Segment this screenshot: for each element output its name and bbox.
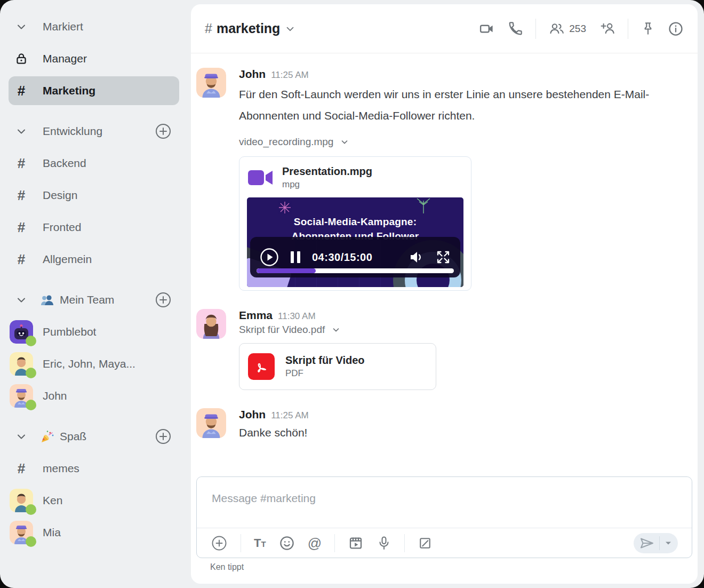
sparkle-icon <box>414 198 433 214</box>
sidebar-item-john[interactable]: John <box>0 380 191 412</box>
section-label: Spaß <box>60 430 86 443</box>
add-person-icon[interactable] <box>599 22 615 36</box>
play-button[interactable] <box>260 248 279 267</box>
video-call-icon[interactable] <box>479 21 495 37</box>
chat-panel: # marketing 253 <box>191 4 698 584</box>
message-time: 11:25 AM <box>271 410 309 421</box>
avatar <box>10 384 33 408</box>
send-options-icon[interactable] <box>664 539 673 547</box>
section-label: Mein Team <box>60 293 114 306</box>
file-name: Presentation.mpg <box>282 165 372 178</box>
pdf-attachment-card[interactable]: Skript für Video PDF <box>239 343 436 390</box>
channel-label: Marketing <box>43 84 95 97</box>
video-message-icon[interactable] <box>348 535 364 551</box>
add-channel-button[interactable] <box>155 428 172 445</box>
sidebar-item-group-dm[interactable]: Eric, John, Maya... <box>0 348 191 380</box>
file-name: Skript für Video <box>285 354 365 367</box>
presence-online-dot <box>26 504 36 515</box>
presence-online-dot <box>26 536 36 547</box>
sidebar-item-allgemein[interactable]: # Allgemein <box>0 243 191 275</box>
avatar <box>10 320 33 344</box>
sidebar-item-design[interactable]: # Design <box>0 179 191 211</box>
draw-icon[interactable] <box>418 536 433 551</box>
channel-name: marketing <box>217 21 280 36</box>
sidebar-item-pumblebot[interactable]: Pumblebot <box>0 316 191 348</box>
volume-button[interactable] <box>409 250 425 264</box>
channel-label: Fronted <box>43 221 81 234</box>
message: John 11:25 AM Danke schön! <box>196 408 698 443</box>
avatar <box>10 521 33 544</box>
attachment-filename: Skript für Video.pdf <box>239 324 325 336</box>
hash-icon: # <box>205 21 212 36</box>
dm-label: Eric, John, Maya... <box>43 357 135 370</box>
sidebar-section-entwicklung[interactable]: Entwicklung <box>0 115 191 147</box>
members-count: 253 <box>569 23 586 35</box>
channel-title-button[interactable]: # marketing <box>205 21 296 36</box>
attachment-toggle[interactable]: Skript für Video.pdf <box>239 324 698 336</box>
sidebar-section-markiert[interactable]: Markiert <box>0 11 191 43</box>
presence-online-dot <box>26 400 36 410</box>
sidebar-item-ken[interactable]: Ken <box>0 484 191 517</box>
channel-label: Backend <box>43 157 86 170</box>
hash-icon: # <box>14 83 29 99</box>
sidebar-section-spass[interactable]: Spaß <box>0 420 191 452</box>
fullscreen-button[interactable] <box>436 250 451 265</box>
sidebar-item-manager[interactable]: Manager <box>0 43 191 75</box>
avatar <box>10 352 33 376</box>
file-type: mpg <box>282 179 372 190</box>
sidebar-item-mia[interactable]: Mia <box>0 517 191 549</box>
chevron-down-icon <box>331 325 341 335</box>
members-icon <box>549 22 565 36</box>
sidebar-item-fronted[interactable]: # Fronted <box>0 211 191 243</box>
avatar <box>10 489 33 512</box>
add-channel-button[interactable] <box>155 123 172 140</box>
sidebar-item-memes[interactable]: # memes <box>0 452 191 484</box>
channel-label: Allgemein <box>43 253 92 266</box>
party-popper-emoji-icon <box>39 429 55 444</box>
avatar <box>196 408 226 438</box>
message-author[interactable]: Emma <box>239 309 273 322</box>
plus-icon[interactable] <box>211 535 228 552</box>
divider <box>404 534 405 552</box>
channel-header: # marketing 253 <box>191 4 698 53</box>
channel-label: memes <box>43 462 79 475</box>
sidebar-item-backend[interactable]: # Backend <box>0 147 191 179</box>
message-input[interactable] <box>197 477 692 528</box>
message-time: 11:25 AM <box>271 70 309 81</box>
message-time: 11:30 AM <box>278 311 316 322</box>
header-actions: 253 <box>479 19 684 39</box>
video-attachment-card[interactable]: Presentation.mpg mpg Social-Media-Kampag… <box>239 156 471 291</box>
mic-icon[interactable] <box>377 535 391 551</box>
video-thumbnail[interactable]: Social-Media-Kampagne: Abonnenten und Fo… <box>247 197 463 287</box>
phone-icon[interactable] <box>508 21 523 36</box>
sidebar: Markiert Manager # Marketing Entwicklung… <box>0 0 191 588</box>
file-type: PDF <box>285 368 365 379</box>
people-emoji-icon <box>39 293 55 306</box>
members-count-button[interactable]: 253 <box>549 22 586 36</box>
pause-button[interactable] <box>290 250 301 264</box>
section-label: Entwicklung <box>43 125 102 138</box>
text-format-icon[interactable]: TT <box>254 537 266 549</box>
info-icon[interactable] <box>668 21 684 37</box>
mention-icon[interactable]: @ <box>308 536 322 550</box>
emoji-icon[interactable] <box>279 535 295 551</box>
chevron-down-icon <box>14 293 29 306</box>
chevron-down-icon <box>284 23 296 35</box>
chevron-down-icon <box>14 20 29 33</box>
divider <box>334 534 335 552</box>
sidebar-item-marketing[interactable]: # Marketing <box>0 75 191 107</box>
hash-icon: # <box>14 219 29 236</box>
video-file-header: Presentation.mpg mpg <box>239 157 471 196</box>
send-icon[interactable] <box>639 536 655 550</box>
message-text: Für den Soft-Launch werden wir uns in er… <box>239 84 676 126</box>
composer-toolbar: TT @ <box>197 528 692 558</box>
add-dm-button[interactable] <box>155 291 172 308</box>
pin-icon[interactable] <box>641 21 655 36</box>
attachment-toggle[interactable]: video_recording.mpg <box>239 136 698 148</box>
divider <box>535 19 536 39</box>
video-progress-bar[interactable] <box>257 268 454 273</box>
message-author[interactable]: John <box>239 68 266 81</box>
sidebar-section-mein-team[interactable]: Mein Team <box>0 284 191 316</box>
message-author[interactable]: John <box>239 408 266 421</box>
message: Emma 11:30 AM Skript für Video.pdf Skrip… <box>196 309 698 390</box>
